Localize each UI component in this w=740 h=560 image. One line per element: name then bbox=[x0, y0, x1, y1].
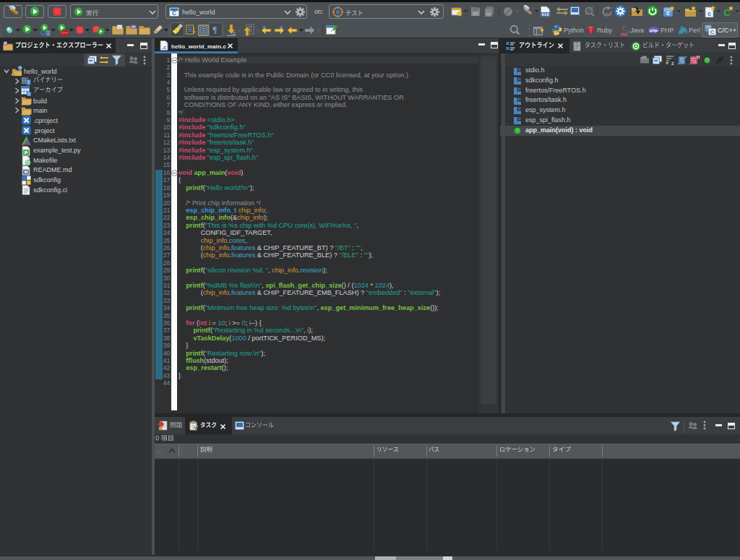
svg-text:C: C bbox=[710, 29, 715, 35]
svg-text:c: c bbox=[707, 10, 711, 17]
svg-text:C: C bbox=[172, 9, 176, 17]
svg-text:!: ! bbox=[13, 72, 14, 76]
svg-text:z: z bbox=[671, 61, 674, 66]
svg-text:php: php bbox=[650, 28, 658, 33]
svg-text:P: P bbox=[4, 42, 7, 46]
svg-text:w: w bbox=[23, 169, 28, 174]
svg-text:P: P bbox=[25, 150, 28, 155]
svg-text:.c: .c bbox=[162, 44, 166, 51]
svg-text:010: 010 bbox=[542, 12, 549, 17]
svg-text:c: c bbox=[666, 9, 670, 17]
